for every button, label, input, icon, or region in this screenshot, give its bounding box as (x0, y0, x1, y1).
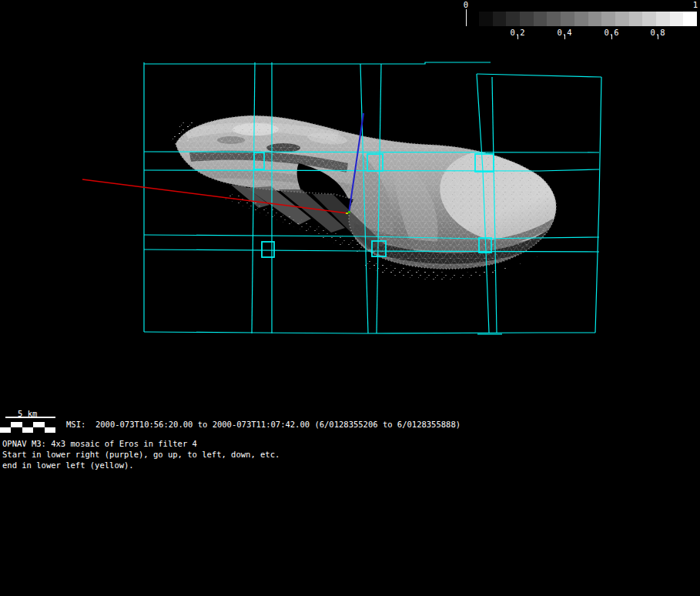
scalebar-cell (45, 427, 55, 433)
scalebar-cell (11, 427, 22, 433)
colorbar-step (493, 12, 507, 26)
opnav-mosaic-visualization: 0 1 0.20.40.60.8 5 km MSI: 2000-073T10:5… (0, 0, 700, 596)
caption-block: OPNAV M3: 4x3 mosaic of Eros in filter 4… (2, 438, 280, 470)
colorbar-step (615, 12, 629, 26)
colorbar-tick-mark (564, 35, 565, 39)
scalebar-cell (22, 422, 33, 427)
scalebar-cell (22, 427, 33, 433)
colorbar-step (534, 12, 548, 26)
scalebar-cell (11, 422, 22, 427)
colorbar-step (642, 12, 656, 26)
colorbar-step (574, 12, 588, 26)
caption-sequence-end: end in lower left (yellow). (2, 460, 280, 470)
colorbar-step (601, 12, 615, 26)
colorbar-tick-mark (658, 35, 658, 39)
scalebar-cell (0, 422, 11, 427)
colorbar-gradient (479, 12, 697, 26)
footprint-outline (144, 332, 595, 333)
yellow-end-marker (346, 213, 348, 214)
colorbar-min-label: 0 (461, 0, 471, 9)
scene-viewport[interactable] (0, 0, 700, 596)
footprint-outline (477, 74, 601, 77)
caption-title: OPNAV M3: 4x3 mosaic of Eros in filter 4 (2, 438, 280, 449)
footprint-outline (144, 62, 491, 64)
colorbar-max-label: 1 (690, 0, 700, 9)
scalebar-cell (33, 427, 44, 433)
colorbar-step (670, 12, 684, 26)
colorbar-step (520, 12, 534, 26)
scalebar (0, 422, 55, 433)
caption-sequence-start: Start in lower right (purple), go up, to… (2, 449, 280, 460)
colorbar-step (547, 12, 561, 26)
colorbar-zero-tick (466, 9, 467, 26)
green-start-marker (348, 211, 350, 213)
colorbar-tick-mark (611, 35, 612, 39)
colorbar-step (561, 12, 574, 26)
scalebar-line (5, 417, 55, 418)
status-line: MSI: 2000-073T10:56:20.00 to 2000-073T11… (66, 420, 461, 429)
colorbar: 0 1 0.20.40.60.8 (0, 0, 700, 46)
colorbar-step (479, 12, 493, 26)
scalebar-cell (33, 422, 44, 427)
scalebar-cell (45, 422, 55, 427)
scalebar-cell (0, 427, 11, 433)
colorbar-step (683, 12, 697, 26)
colorbar-step (506, 12, 520, 26)
colorbar-tick-mark (517, 35, 518, 39)
colorbar-step (629, 12, 643, 26)
colorbar-step (656, 12, 670, 26)
colorbar-step (588, 12, 602, 26)
footprint-outline (595, 77, 601, 333)
